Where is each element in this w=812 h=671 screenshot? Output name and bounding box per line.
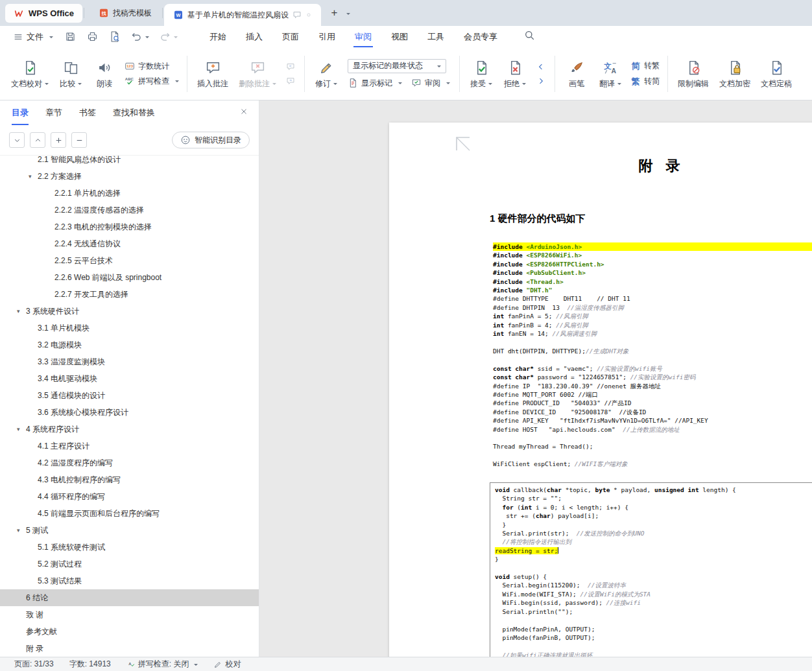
menu-tab[interactable]: 视图 xyxy=(381,26,418,47)
appendix-title[interactable]: 附 录 xyxy=(389,156,812,176)
menu-tab[interactable]: 工具 xyxy=(418,26,454,47)
code-line[interactable]: //将控制指令送行输出到 xyxy=(495,537,812,546)
toc-item[interactable]: 5.2 测试过程 xyxy=(0,556,259,572)
print-preview-button[interactable] xyxy=(106,29,123,45)
code-line[interactable]: WiFi.begin(ssid, password); //连接wifi xyxy=(495,598,812,607)
sidebar-tab[interactable]: 章节 xyxy=(45,100,62,125)
word-count-indicator[interactable]: 字数: 14913 xyxy=(62,659,119,670)
translate-button[interactable]: 文A翻译 xyxy=(594,56,627,91)
next-change-button[interactable] xyxy=(534,75,547,86)
sidebar-tab[interactable]: 书签 xyxy=(79,100,96,125)
code-line[interactable]: #include <ArduinoJson.h> xyxy=(493,242,812,251)
toc-item[interactable]: 3.5 通信模块的设计 xyxy=(0,387,259,404)
code-line[interactable]: readString = str; xyxy=(495,547,812,555)
sidebar-tab[interactable]: 查找和替换 xyxy=(113,100,155,125)
toc-item[interactable]: ▾2.2 方案选择 xyxy=(0,168,259,185)
toc-item[interactable]: 4.4 循环程序的编写 xyxy=(0,488,259,505)
code-line[interactable]: #include <PubSubClient.h> xyxy=(493,268,812,277)
toc-item[interactable]: 2.2.4 无线通信协议 xyxy=(0,235,259,252)
search-button[interactable] xyxy=(521,27,538,46)
finalize-document-button[interactable]: 文档定稿 xyxy=(756,56,796,91)
document-tab[interactable]: W基于单片机的智能温控风扇设 xyxy=(164,4,321,26)
toc-item[interactable]: 参考文献 xyxy=(0,623,259,640)
menu-tab[interactable]: 开始 xyxy=(200,26,236,47)
toc-item[interactable]: 附 录 xyxy=(0,640,259,657)
code-line[interactable]: str += (char) payload[i]; xyxy=(495,512,812,520)
review-button[interactable]: 审阅 xyxy=(411,78,450,89)
code-line[interactable]: void callback(char *topic, byte * payloa… xyxy=(495,486,812,494)
code-line[interactable] xyxy=(495,642,812,650)
code-block-hardware[interactable]: #include <ArduinoJson.h>#include <ESP826… xyxy=(493,242,812,469)
wps-home-tab[interactable]: WPS Office xyxy=(5,4,82,23)
toc-item[interactable]: 2.2.7 开发工具的选择 xyxy=(0,286,259,303)
undo-button[interactable] xyxy=(128,29,152,45)
save-button[interactable] xyxy=(62,29,79,45)
code-line[interactable]: for (int i = 0; i < length; i++) { xyxy=(495,503,812,512)
menu-tab[interactable]: 引用 xyxy=(309,26,345,47)
code-line[interactable]: #define PRODUCT_ID "504033" //产品ID xyxy=(493,399,812,407)
compare-button[interactable]: 比较 xyxy=(54,56,87,91)
menu-tab[interactable]: 插入 xyxy=(236,26,272,47)
toc-item[interactable]: 3.4 电机驱动模块 xyxy=(0,370,259,387)
toc-item[interactable]: 2.1 智能风扇总体的设计 xyxy=(0,156,259,168)
toc-item[interactable]: 5.3 测试结果 xyxy=(0,572,259,589)
next-comment-button[interactable] xyxy=(284,75,297,86)
trad-to-simp-button[interactable]: 繁转简 xyxy=(630,76,660,88)
toc-item[interactable]: 4.1 主程序设计 xyxy=(0,438,259,454)
toc-item[interactable]: 致 谢 xyxy=(0,606,259,623)
code-line[interactable]: int fanPinB = 4; //风扇引脚 xyxy=(493,321,812,329)
restrict-editing-button[interactable]: 限制编辑 xyxy=(673,56,713,91)
menu-tab[interactable]: 会员专享 xyxy=(454,26,507,47)
page-indicator[interactable]: 页面: 31/33 xyxy=(6,659,62,670)
toc-collapse-all-button[interactable] xyxy=(9,132,25,148)
toc-item[interactable]: ▾5 测试 xyxy=(0,522,259,539)
code-line[interactable]: Thread myThread = Thread(); xyxy=(493,442,812,451)
word-count-button[interactable]: 123字数统计 xyxy=(125,61,179,72)
document-tab[interactable]: 找找稿壳模板 xyxy=(90,0,161,26)
code-block-callback[interactable]: void callback(char *topic, byte * payloa… xyxy=(490,482,812,657)
read-aloud-button[interactable]: 朗读 xyxy=(88,56,121,91)
toc-expand-icon[interactable]: ▾ xyxy=(17,527,26,534)
menu-tab[interactable]: 页面 xyxy=(272,26,309,47)
code-line[interactable]: int fanEN = 14; //风扇调速引脚 xyxy=(493,329,812,338)
toc-item[interactable]: ▾3 系统硬件设计 xyxy=(0,303,259,320)
code-line[interactable] xyxy=(493,355,812,364)
code-line[interactable]: #define DHTTYPE DHT11 // DHT 11 xyxy=(493,294,812,303)
section-heading[interactable]: 1 硬件部分的代码如下 xyxy=(490,213,586,225)
sidebar-tab[interactable]: 目录 xyxy=(12,100,29,125)
toc-item[interactable]: 4.2 温湿度程序的编写 xyxy=(0,454,259,471)
code-line[interactable] xyxy=(495,564,812,572)
spellcheck-status-button[interactable]: A 拼写检查: 关闭 xyxy=(119,659,206,670)
toc-item[interactable]: 6 结论 xyxy=(0,589,259,606)
toc-font-decrease-button[interactable] xyxy=(71,132,87,148)
file-menu-button[interactable]: 文件 xyxy=(9,31,57,43)
spell-check-button[interactable]: ABC拼写检查 xyxy=(125,76,179,87)
simp-to-trad-button[interactable]: 简转繁 xyxy=(630,60,660,72)
toc-expand-icon[interactable]: ▾ xyxy=(29,173,38,180)
code-line[interactable]: #define DHTPIN 13 //温湿度传感器引脚 xyxy=(493,303,812,312)
document-page[interactable]: 附 录 1 硬件部分的代码如下 #include <ArduinoJson.h>… xyxy=(389,123,812,657)
code-line[interactable] xyxy=(493,451,812,460)
encrypt-document-button[interactable]: 文档加密 xyxy=(715,56,755,91)
sidebar-close-button[interactable] xyxy=(238,106,250,120)
new-tab-button[interactable]: + xyxy=(326,5,342,21)
document-area[interactable]: 附 录 1 硬件部分的代码如下 #include <ArduinoJson.h>… xyxy=(259,100,812,657)
code-line[interactable]: #include <ESP8266WiFi.h> xyxy=(493,251,812,259)
accept-button[interactable]: 接受 xyxy=(465,56,497,91)
reject-button[interactable]: 拒绝 xyxy=(499,56,531,91)
code-line[interactable]: const char* password = "1224657851"; //实… xyxy=(493,373,812,381)
code-line[interactable] xyxy=(495,616,812,624)
code-line[interactable]: Serial.println(""); xyxy=(495,607,812,616)
code-line[interactable]: DHT dht(DHTPIN, DHTTYPE);//生成DHT对象 xyxy=(493,347,812,355)
code-line[interactable]: #define HOST "api.heclouds.com" //上传数据流的… xyxy=(493,425,812,434)
toc-item[interactable]: 3.1 单片机模块 xyxy=(0,320,259,336)
toc-item[interactable]: 2.2.3 电机的控制模块的选择 xyxy=(0,218,259,235)
code-line[interactable]: #include <Thread.h> xyxy=(493,277,812,286)
code-line[interactable]: #include "DHT.h" xyxy=(493,286,812,294)
code-line[interactable]: #define DEVICE_ID "925008178" //设备ID xyxy=(493,408,812,416)
code-line[interactable]: WiFi.mode(WIFI_STA); //设置WiFi的模式为STA xyxy=(495,590,812,598)
toc-expand-all-button[interactable] xyxy=(30,132,45,148)
code-line[interactable]: pinMode(fanPinB, OUTPUT); xyxy=(495,633,812,642)
code-line[interactable]: int fanPinA = 5; //风扇引脚 xyxy=(493,312,812,320)
toc-item[interactable]: 3.2 电源模块 xyxy=(0,336,259,353)
